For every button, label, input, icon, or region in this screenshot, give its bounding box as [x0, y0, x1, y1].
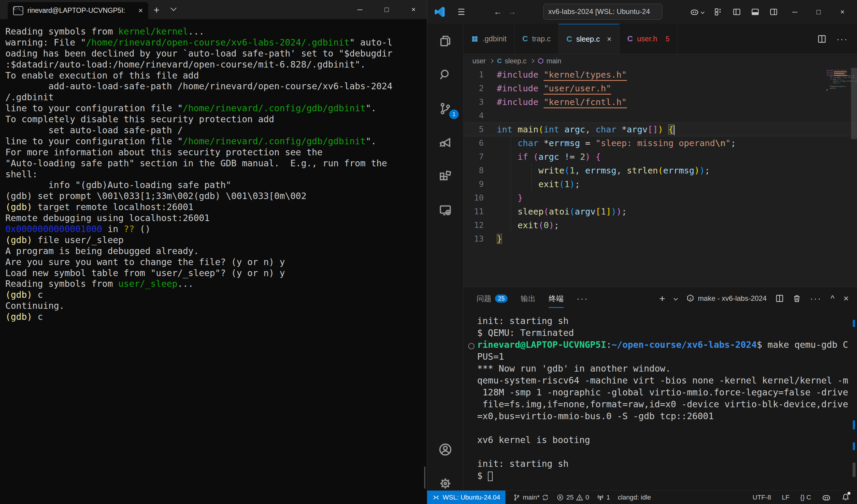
- close-panel-icon[interactable]: ×: [843, 293, 848, 303]
- terminal-titlebar: C:\_ rinevard@LAPTOP-UCVNGP5I: × + ─ □ ×: [0, 0, 427, 19]
- breadcrumb-symbol[interactable]: main: [547, 57, 561, 65]
- code-line: 2#include "user/user.h": [464, 82, 857, 95]
- eol-status[interactable]: LF: [782, 493, 790, 501]
- error-count: 25: [566, 493, 573, 501]
- back-icon[interactable]: ←: [493, 7, 502, 17]
- code-line: 6 char *errmsg = "sleep: missing operand…: [464, 136, 857, 150]
- minimap[interactable]: #include "kernel/types.h"#include "user/…: [827, 70, 850, 91]
- notifications-bell[interactable]: [841, 492, 850, 503]
- split-editor-icon[interactable]: [818, 35, 826, 44]
- terminal-line: [477, 423, 848, 435]
- terminal-scrollbar[interactable]: [853, 463, 856, 477]
- close-button[interactable]: ×: [400, 0, 427, 19]
- maximize-panel-icon[interactable]: ^: [830, 294, 834, 303]
- search-icon[interactable]: [427, 62, 464, 87]
- customize-layout-icon[interactable]: [714, 8, 722, 16]
- ports-status[interactable]: 1: [597, 493, 610, 501]
- terminal-line: init: starting sh: [477, 458, 848, 470]
- gdb-terminal-output[interactable]: Reading symbols from kernel/kernel...war…: [5, 26, 421, 504]
- run-debug-icon[interactable]: [427, 130, 464, 155]
- close-button[interactable]: ×: [836, 8, 849, 16]
- remote-label: WSL: Ubuntu-24.04: [443, 493, 500, 501]
- indent-guide: [510, 136, 511, 232]
- remote-explorer-icon[interactable]: [427, 197, 464, 223]
- more-actions-icon[interactable]: ···: [837, 34, 848, 44]
- copilot-button[interactable]: [690, 7, 704, 16]
- branch-status[interactable]: main*: [513, 493, 549, 501]
- activity-bar: 1: [427, 24, 464, 490]
- tab-problems[interactable]: 问题 25: [476, 287, 507, 310]
- toggle-secondary-sidebar-icon[interactable]: [770, 8, 778, 16]
- new-terminal-icon[interactable]: +: [659, 293, 665, 305]
- close-tab-icon[interactable]: ×: [607, 35, 611, 44]
- terminal-instance-label: make - xv6-labs-2024: [698, 294, 767, 302]
- minimap-line: }: [827, 89, 850, 91]
- tab-sleep-c[interactable]: C sleep.c ×: [559, 24, 620, 54]
- terminal-scrollbar[interactable]: [424, 467, 425, 488]
- maximize-button[interactable]: □: [373, 0, 400, 19]
- encoding-status[interactable]: UTF-8: [753, 493, 771, 501]
- terminal-tab[interactable]: C:\_ rinevard@LAPTOP-UCVNGP5I: ×: [8, 2, 148, 19]
- tab-label: sleep.c: [576, 35, 600, 44]
- terminal-line: [477, 447, 848, 458]
- terminal-instance[interactable]: $ make - xv6-labs-2024: [686, 294, 767, 302]
- new-tab-button[interactable]: +: [154, 4, 159, 16]
- source-control-icon[interactable]: 1: [427, 96, 464, 121]
- terminal-line: $ QEMU: Terminated: [477, 328, 848, 340]
- clangd-label: clangd: idle: [618, 493, 651, 501]
- svg-text:$: $: [689, 297, 691, 300]
- terminal-line: xv6 kernel is booting: [477, 435, 848, 447]
- remote-indicator[interactable]: WSL: Ubuntu-24.04: [427, 491, 505, 504]
- terminal-line: (gdb) c: [5, 290, 421, 300]
- warning-count: 0: [586, 493, 589, 501]
- terminal-line: oading has been declined by your `auto-l…: [5, 48, 421, 59]
- tab-gdbinit[interactable]: .gdbinit: [464, 24, 515, 54]
- terminal-line: info "(gdb)Auto-loading safe path": [5, 180, 421, 191]
- tab-terminal[interactable]: 终端: [549, 287, 564, 310]
- terminal-line: (gdb) c: [5, 312, 421, 323]
- terminal-dropdown-icon[interactable]: [674, 296, 678, 300]
- tab-user-h[interactable]: C user.h 5: [620, 24, 677, 54]
- editor-actions: ···: [818, 24, 857, 54]
- line-number: 6: [464, 136, 497, 150]
- copilot-status-icon[interactable]: [822, 493, 831, 502]
- chevron-down-icon: [171, 5, 177, 11]
- clangd-status[interactable]: clangd: idle: [618, 493, 651, 501]
- problems-count-badge: 25: [495, 295, 507, 302]
- problems-status[interactable]: 25 0: [557, 493, 589, 501]
- integrated-terminal[interactable]: init: starting sh$ QEMU: Terminatedrinev…: [477, 316, 848, 487]
- tab-dropdown-button[interactable]: [171, 6, 175, 11]
- indent-guide: [531, 163, 532, 191]
- minimize-button[interactable]: ─: [788, 8, 802, 16]
- minimize-button[interactable]: ─: [347, 0, 373, 19]
- tab-label: .gdbinit: [483, 35, 507, 43]
- language-mode-status[interactable]: {} C: [800, 493, 811, 501]
- editor-scrollbar[interactable]: [851, 68, 857, 139]
- code-editor[interactable]: 1#include "kernel/types.h"2#include "use…: [464, 68, 857, 287]
- account-icon[interactable]: [427, 437, 464, 462]
- split-terminal-icon[interactable]: [775, 294, 784, 302]
- forward-icon[interactable]: →: [508, 7, 516, 17]
- terminal-line: Reading symbols from kernel/kernel...: [5, 26, 421, 37]
- kill-terminal-trash-icon[interactable]: [793, 294, 801, 302]
- tab-close-icon[interactable]: ×: [138, 6, 143, 15]
- maximize-button[interactable]: □: [812, 8, 825, 16]
- command-center-search[interactable]: xv6-labs-2024 [WSL: Ubuntu-24: [543, 4, 662, 20]
- breadcrumb-folder[interactable]: user: [472, 57, 486, 65]
- tab-trap-c[interactable]: C trap.c: [515, 24, 559, 54]
- explorer-icon[interactable]: [427, 28, 464, 54]
- extensions-icon[interactable]: [427, 163, 464, 189]
- menu-icon[interactable]: ☰: [457, 7, 465, 17]
- terminal-line: add-auto-load-safe-path /home/rinevard/o…: [5, 81, 421, 92]
- panel-more-icon[interactable]: ···: [576, 293, 588, 303]
- breadcrumb-file[interactable]: sleep.c: [505, 57, 526, 65]
- toggle-panel-icon[interactable]: [751, 8, 759, 16]
- windows-terminal-window: C:\_ rinevard@LAPTOP-UCVNGP5I: × + ─ □ ×…: [0, 0, 427, 504]
- tab-output[interactable]: 输出: [521, 287, 536, 310]
- toggle-sidebar-icon[interactable]: [733, 8, 741, 16]
- line-number: 9: [464, 177, 497, 191]
- tab-problems-badge: 5: [666, 35, 670, 43]
- panel-more-actions-icon[interactable]: ···: [810, 293, 822, 303]
- terminal-line: :$datadir/auto-load:/home/rinevard/open-…: [5, 59, 421, 70]
- terminal-tab-title: rinevard@LAPTOP-UCVNGP5I:: [28, 6, 134, 15]
